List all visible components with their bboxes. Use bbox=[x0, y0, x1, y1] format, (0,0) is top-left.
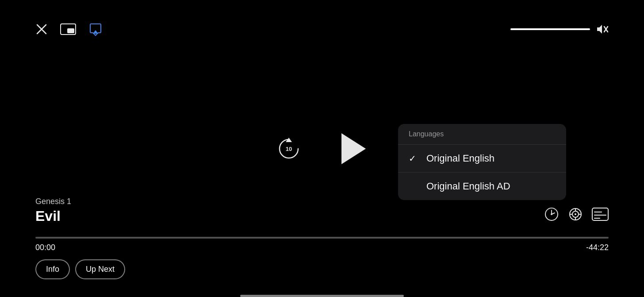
svg-marker-9 bbox=[341, 133, 366, 164]
mute-button[interactable] bbox=[595, 23, 609, 35]
language-option-ad-label: Original English AD bbox=[426, 181, 510, 192]
volume-slider[interactable] bbox=[510, 28, 590, 30]
svg-rect-3 bbox=[67, 28, 74, 33]
mute-icon bbox=[595, 23, 609, 35]
language-menu: Languages ✓ Original English Original En… bbox=[398, 124, 566, 200]
center-controls: 10 bbox=[276, 131, 368, 166]
play-button[interactable] bbox=[337, 131, 368, 166]
language-menu-header: Languages bbox=[398, 124, 566, 145]
bottom-right-icons bbox=[544, 207, 609, 222]
pip-icon bbox=[60, 23, 76, 35]
audio-button[interactable] bbox=[568, 207, 583, 222]
subtitles-button[interactable] bbox=[592, 208, 609, 221]
pip-button[interactable] bbox=[60, 23, 76, 35]
episode-label: Genesis 1 bbox=[35, 197, 71, 206]
replay-10-button[interactable]: 10 bbox=[276, 136, 302, 162]
time-row: 00:00 -44:22 bbox=[35, 243, 609, 252]
subtitles-icon bbox=[592, 208, 609, 221]
action-buttons: Info Up Next bbox=[35, 259, 609, 279]
speed-button[interactable] bbox=[544, 207, 559, 222]
top-left-icons bbox=[35, 22, 103, 36]
video-title: Evil bbox=[35, 208, 71, 224]
play-icon bbox=[337, 131, 368, 166]
svg-point-13 bbox=[551, 213, 552, 215]
info-button[interactable]: Info bbox=[35, 259, 70, 279]
current-time: 00:00 bbox=[35, 243, 55, 252]
replay-10-icon: 10 bbox=[276, 136, 302, 162]
up-next-button[interactable]: Up Next bbox=[75, 259, 125, 279]
svg-marker-4 bbox=[93, 30, 98, 34]
language-option-original-english[interactable]: ✓ Original English bbox=[398, 145, 566, 173]
svg-text:10: 10 bbox=[286, 146, 292, 152]
language-option-label: Original English bbox=[426, 153, 494, 164]
title-area: Genesis 1 Evil bbox=[35, 197, 71, 224]
audio-icon bbox=[568, 207, 583, 222]
close-icon bbox=[35, 23, 48, 35]
check-icon: ✓ bbox=[409, 153, 419, 164]
progress-container[interactable] bbox=[35, 237, 609, 239]
airplay-icon bbox=[88, 22, 103, 36]
bottom-area: Genesis 1 Evil bbox=[0, 197, 644, 279]
svg-point-16 bbox=[575, 213, 576, 215]
top-right-icons bbox=[510, 23, 609, 35]
airplay-button[interactable] bbox=[88, 22, 103, 36]
remaining-time: -44:22 bbox=[586, 243, 609, 252]
top-controls bbox=[0, 22, 644, 36]
scroll-indicator bbox=[240, 295, 404, 297]
speed-icon bbox=[544, 207, 559, 222]
language-option-original-english-ad[interactable]: Original English AD bbox=[398, 173, 566, 200]
bottom-controls-row: Genesis 1 Evil bbox=[35, 197, 609, 231]
progress-bar[interactable] bbox=[35, 237, 609, 239]
close-button[interactable] bbox=[35, 23, 48, 35]
